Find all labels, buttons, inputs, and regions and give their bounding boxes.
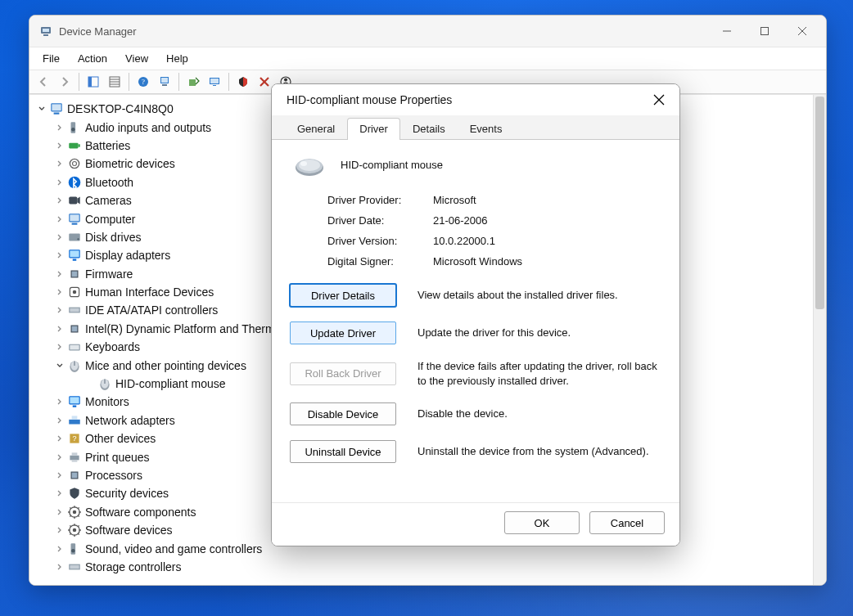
uninstall-device-button[interactable]: Uninstall Device [290, 440, 396, 463]
device-manager-icon [39, 25, 52, 38]
ide-icon [67, 303, 82, 317]
expand-icon[interactable] [54, 214, 65, 225]
expand-icon[interactable] [54, 232, 65, 243]
svg-text:?: ? [142, 78, 145, 86]
tab-events[interactable]: Events [458, 118, 515, 140]
tree-item-label: Bluetooth [85, 176, 133, 189]
disable-device-button[interactable]: Disable Device [290, 402, 396, 425]
svg-rect-17 [162, 84, 167, 86]
tree-item-label: HID-compliant mouse [115, 377, 226, 390]
pc-icon [67, 212, 82, 227]
expand-icon[interactable] [54, 250, 65, 261]
pc-icon [49, 101, 64, 116]
expand-icon[interactable] [54, 140, 65, 151]
uninstall-device-desc: Uninstall the device from the system (Ad… [417, 444, 661, 459]
toolbar-update-driver-button[interactable] [183, 72, 204, 92]
expand-icon[interactable] [54, 122, 65, 133]
tree-item-label: Mice and other pointing devices [85, 359, 246, 372]
expand-icon[interactable] [54, 304, 65, 316]
dm-titlebar[interactable]: Device Manager [29, 16, 826, 47]
toolbar-back-button[interactable] [33, 72, 54, 92]
sw-icon [67, 505, 82, 519]
close-button[interactable] [645, 88, 673, 112]
battery-icon [67, 138, 82, 153]
mouse-icon [291, 155, 327, 179]
toolbar-separator [79, 73, 79, 91]
svg-rect-69 [72, 452, 78, 455]
svg-rect-52 [72, 326, 78, 332]
toolbar-separator [178, 73, 179, 91]
driver-details-button[interactable]: Driver Details [290, 284, 396, 307]
expand-icon[interactable] [54, 341, 65, 353]
expand-icon[interactable] [54, 543, 65, 555]
tab-general[interactable]: General [285, 118, 347, 140]
toolbar-disable-button[interactable] [232, 72, 254, 92]
toolbar-scan-button[interactable] [154, 72, 175, 92]
vertical-scrollbar[interactable] [813, 95, 826, 585]
ok-button[interactable]: OK [504, 511, 580, 534]
svg-rect-43 [70, 251, 79, 258]
expand-icon[interactable] [54, 561, 65, 573]
expand-icon[interactable] [54, 177, 65, 188]
tree-item-label: Computer [85, 213, 135, 226]
props-titlebar[interactable]: HID-compliant mouse Properties [272, 84, 679, 115]
driver-provider-value: Microsoft [433, 194, 661, 206]
expand-icon[interactable] [54, 415, 65, 426]
tree-item-label: IDE ATA/ATAPI controllers [85, 304, 218, 317]
props-title: HID-compliant mouse Properties [287, 93, 452, 106]
expand-icon[interactable] [54, 470, 65, 481]
expand-icon[interactable] [54, 286, 65, 298]
tab-details[interactable]: Details [400, 118, 458, 140]
svg-point-25 [284, 79, 287, 82]
toolbar-separator [129, 73, 129, 91]
toolbar-forward-button[interactable] [54, 72, 75, 92]
svg-point-30 [71, 128, 75, 132]
close-button[interactable] [783, 18, 821, 44]
expand-icon[interactable] [54, 433, 65, 444]
expand-icon[interactable] [54, 506, 65, 518]
scrollbar-thumb[interactable] [815, 97, 824, 309]
menu-action[interactable]: Action [70, 50, 115, 67]
menu-file[interactable]: File [34, 50, 68, 67]
maximize-button[interactable] [746, 18, 783, 44]
expand-icon[interactable] [54, 488, 65, 499]
toolbar-properties-button[interactable] [104, 72, 125, 92]
expand-icon[interactable] [54, 524, 65, 536]
expand-icon[interactable] [54, 158, 65, 169]
collapse-icon[interactable] [36, 103, 47, 115]
tree-item[interactable]: Storage controllers [33, 558, 813, 576]
driver-properties-dialog: HID-compliant mouse Properties General D… [271, 83, 680, 546]
expand-icon[interactable] [54, 396, 65, 407]
tree-item-label: Sound, video and game controllers [85, 542, 262, 555]
toolbar-show-hide-tree-button[interactable] [83, 72, 104, 92]
update-driver-button[interactable]: Update Driver [290, 321, 396, 344]
expand-icon[interactable] [54, 323, 65, 335]
expand-icon[interactable] [54, 268, 65, 280]
driver-date-label: Driver Date: [327, 214, 422, 227]
tree-item-label: Print queues [85, 451, 150, 464]
tree-item-label: Processors [85, 469, 142, 482]
menu-help[interactable]: Help [158, 50, 196, 67]
toolbar-monitor-button[interactable] [204, 72, 225, 92]
svg-rect-46 [72, 271, 78, 277]
svg-text:?: ? [72, 435, 76, 443]
expand-icon[interactable] [54, 452, 65, 463]
svg-rect-54 [70, 345, 79, 350]
tab-driver[interactable]: Driver [347, 118, 400, 140]
menu-view[interactable]: View [117, 50, 156, 67]
svg-rect-63 [73, 406, 77, 407]
cancel-button[interactable]: Cancel [589, 511, 665, 534]
collapse-icon[interactable] [54, 360, 65, 371]
toolbar-help-button[interactable]: ? [133, 72, 154, 92]
svg-rect-4 [761, 28, 769, 35]
expand-icon[interactable] [54, 195, 65, 206]
dm-title: Device Manager [59, 25, 137, 38]
tree-item-label: Disk drives [85, 231, 141, 244]
roll-back-driver-desc: If the device fails after updating the d… [417, 359, 661, 388]
svg-rect-27 [52, 105, 61, 111]
tree-item-label: Other devices [85, 432, 156, 445]
svg-rect-38 [70, 214, 79, 221]
chip-icon [67, 321, 82, 336]
minimize-button[interactable] [708, 18, 746, 44]
display-icon [67, 394, 82, 409]
